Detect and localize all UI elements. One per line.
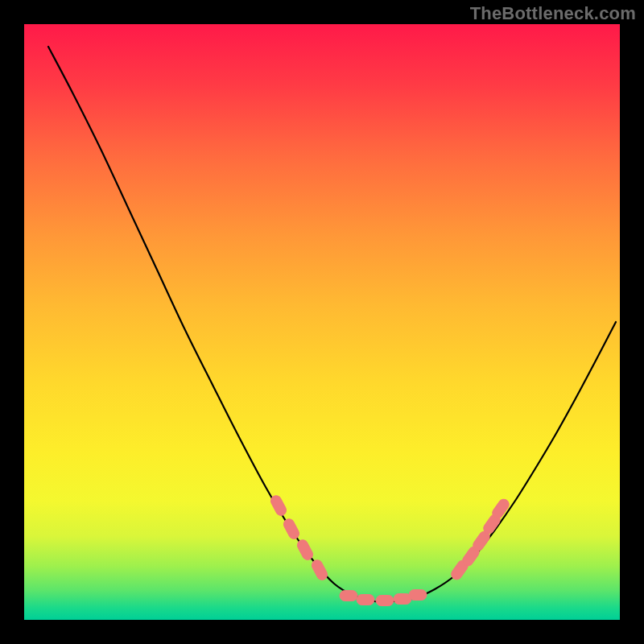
watermark-text: TheBottleneck.com (470, 3, 636, 24)
chart-plot-area (24, 24, 620, 620)
highlight-marker (295, 538, 315, 561)
chart-svg (24, 24, 620, 620)
bottleneck-curve (48, 47, 616, 602)
highlight-marker (340, 591, 357, 601)
highlight-marker (310, 558, 329, 581)
highlight-marker (376, 596, 394, 606)
highlight-markers-bottom (340, 590, 427, 606)
highlight-marker (282, 517, 301, 540)
highlight-marker (357, 595, 374, 605)
highlight-markers-right (449, 497, 511, 582)
highlight-markers-left (269, 493, 329, 581)
highlight-marker (409, 590, 427, 601)
highlight-marker (269, 493, 288, 517)
chart-frame: TheBottleneck.com (0, 0, 644, 644)
